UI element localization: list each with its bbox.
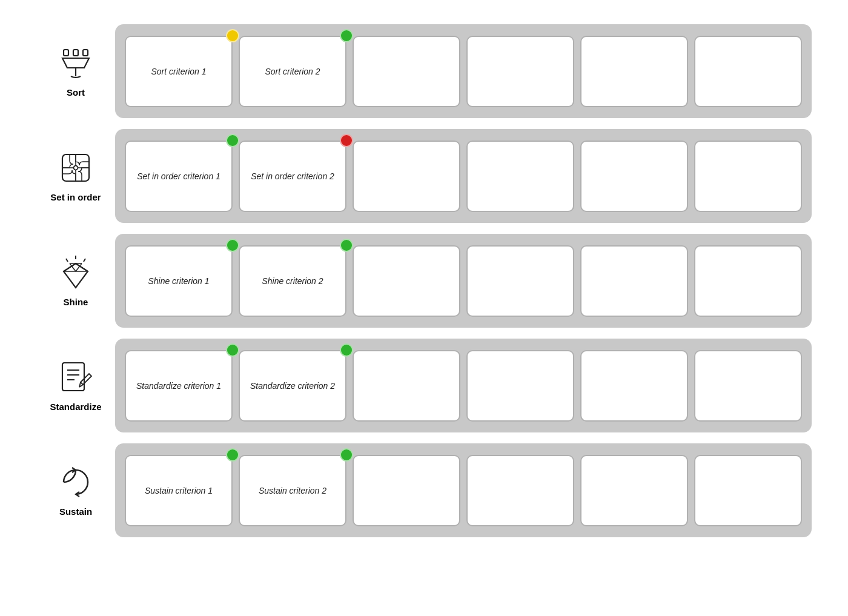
card-shine-4[interactable] [580,245,688,317]
card-sustain-3[interactable] [466,455,574,526]
row-standardize: StandardizeStandardize criterion 1Standa… [36,339,812,432]
card-wrapper-sustain-0: Sustain criterion 1 [125,455,233,526]
icon-label-sustain: Sustain [36,458,115,523]
card-shine-3[interactable] [466,245,574,317]
card-wrapper-sustain-5 [694,455,802,526]
card-wrapper-standardize-2 [353,350,460,422]
card-wrapper-standardize-0: Standardize criterion 1 [125,350,233,422]
dot-shine-0 [226,239,239,252]
svg-rect-1 [73,50,78,56]
card-wrapper-shine-4 [580,245,688,317]
card-shine-1[interactable]: Shine criterion 2 [239,245,346,317]
svg-line-8 [66,259,68,262]
card-sustain-4[interactable] [580,455,688,526]
card-sustain-5[interactable] [694,455,802,526]
card-wrapper-sort-0: Sort criterion 1 [125,36,233,107]
dot-sort-1 [340,29,353,42]
dot-standardize-0 [226,343,239,357]
standardize-icon [58,359,94,398]
icon-label-set-in-order: Set in order [36,144,115,208]
card-set-in-order-3[interactable] [466,141,574,212]
card-set-in-order-0[interactable]: Set in order criterion 1 [125,141,233,212]
card-sort-3[interactable] [466,36,574,107]
standardize-label: Standardize [50,402,101,412]
cards-strip-shine: Shine criterion 1Shine criterion 2 [115,234,812,328]
card-wrapper-set-in-order-0: Set in order criterion 1 [125,141,233,212]
card-sort-0[interactable]: Sort criterion 1 [125,36,233,107]
cards-strip-sort: Sort criterion 1Sort criterion 2 [115,24,812,118]
card-wrapper-sort-5 [694,36,802,107]
dot-sustain-1 [340,448,353,462]
card-sort-4[interactable] [580,36,688,107]
card-wrapper-set-in-order-1: Set in order criterion 2 [239,141,346,212]
set-in-order-label: Set in order [50,192,101,202]
card-standardize-5[interactable] [694,350,802,422]
svg-line-9 [84,259,85,262]
svg-marker-10 [64,263,88,288]
card-standardize-1[interactable]: Standardize criterion 2 [239,350,346,422]
row-sustain: SustainSustain criterion 1Sustain criter… [36,443,812,537]
card-wrapper-standardize-5 [694,350,802,422]
icon-label-sort: Sort [36,39,115,104]
card-set-in-order-2[interactable] [353,141,460,212]
card-standardize-0[interactable]: Standardize criterion 1 [125,350,233,422]
card-wrapper-sustain-3 [466,455,574,526]
card-wrapper-standardize-4 [580,350,688,422]
card-sort-5[interactable] [694,36,802,107]
card-wrapper-set-in-order-5 [694,141,802,212]
card-set-in-order-1[interactable]: Set in order criterion 2 [239,141,346,212]
cards-strip-standardize: Standardize criterion 1Standardize crite… [115,339,812,432]
card-standardize-3[interactable] [466,350,574,422]
dot-sort-0 [226,29,239,42]
cards-strip-set-in-order: Set in order criterion 1Set in order cri… [115,129,812,223]
row-sort: SortSort criterion 1Sort criterion 2 [36,24,812,118]
card-wrapper-standardize-1: Standardize criterion 2 [239,350,346,422]
card-sort-1[interactable]: Sort criterion 2 [239,36,346,107]
card-set-in-order-4[interactable] [580,141,688,212]
card-sort-2[interactable] [353,36,460,107]
sort-label: Sort [67,87,85,98]
sustain-label: Sustain [59,506,92,517]
card-wrapper-set-in-order-4 [580,141,688,212]
sort-icon [58,45,94,84]
card-standardize-4[interactable] [580,350,688,422]
dot-shine-1 [340,239,353,252]
card-wrapper-sustain-2 [353,455,460,526]
card-wrapper-shine-5 [694,245,802,317]
dot-set-in-order-0 [226,134,239,147]
card-sustain-0[interactable]: Sustain criterion 1 [125,455,233,526]
card-shine-0[interactable]: Shine criterion 1 [125,245,233,317]
svg-line-13 [64,263,76,271]
card-sustain-2[interactable] [353,455,460,526]
dot-sustain-0 [226,448,239,462]
shine-label: Shine [64,297,88,307]
card-wrapper-shine-1: Shine criterion 2 [239,245,346,317]
card-shine-2[interactable] [353,245,460,317]
card-standardize-2[interactable] [353,350,460,422]
svg-rect-0 [64,50,68,56]
sustain-icon [58,464,94,503]
card-shine-5[interactable] [694,245,802,317]
icon-label-standardize: Standardize [36,353,115,418]
shine-icon [58,254,94,293]
cards-strip-sustain: Sustain criterion 1Sustain criterion 2 [115,443,812,537]
card-wrapper-sustain-4 [580,455,688,526]
card-wrapper-sort-1: Sort criterion 2 [239,36,346,107]
row-shine: ShineShine criterion 1Shine criterion 2 [36,234,812,328]
card-wrapper-shine-3 [466,245,574,317]
svg-rect-2 [83,50,88,56]
icon-label-shine: Shine [36,248,115,313]
card-wrapper-set-in-order-2 [353,141,460,212]
row-set-in-order: Set in orderSet in order criterion 1Set … [36,129,812,223]
set-in-order-icon [58,150,94,188]
card-wrapper-sort-3 [466,36,574,107]
card-wrapper-sort-4 [580,36,688,107]
card-wrapper-sustain-1: Sustain criterion 2 [239,455,346,526]
card-wrapper-shine-0: Shine criterion 1 [125,245,233,317]
card-sustain-1[interactable]: Sustain criterion 2 [239,455,346,526]
card-wrapper-sort-2 [353,36,460,107]
card-wrapper-set-in-order-3 [466,141,574,212]
card-set-in-order-5[interactable] [694,141,802,212]
main-container: SortSort criterion 1Sort criterion 2 Set… [12,12,836,549]
card-wrapper-shine-2 [353,245,460,317]
